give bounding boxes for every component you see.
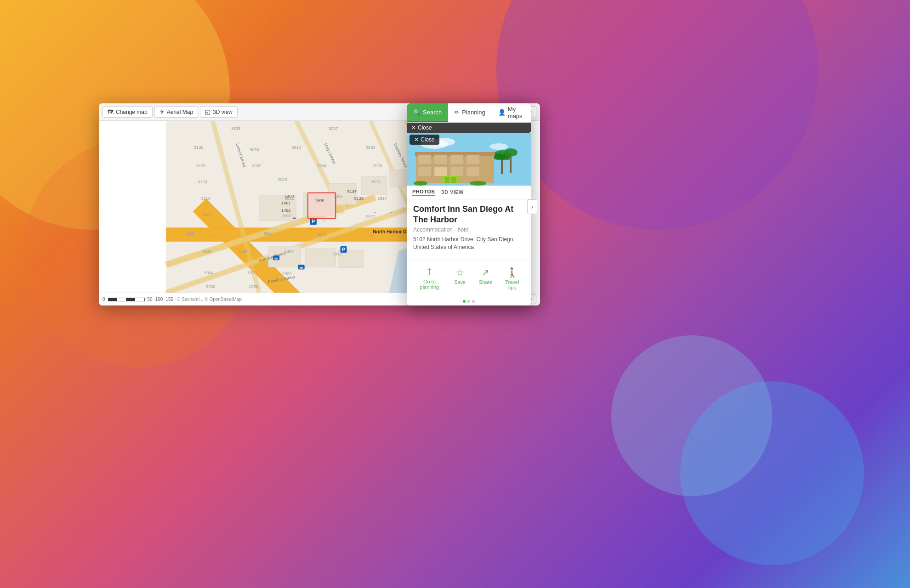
tab-3d-view[interactable]: 3D VIEW <box>441 189 464 196</box>
tab-photos[interactable]: PHOTOS <box>412 189 435 196</box>
svg-rect-28 <box>306 249 336 267</box>
svg-text:3027: 3027 <box>264 231 273 236</box>
dot-1 <box>463 300 466 303</box>
svg-text:→: → <box>368 233 373 238</box>
svg-text:🚌: 🚌 <box>274 256 278 260</box>
tab-search-label: Search <box>423 109 442 116</box>
person-icon: 👤 <box>498 109 506 116</box>
svg-text:P: P <box>342 247 345 252</box>
go-to-planning-label: Go to planning <box>416 279 443 290</box>
action-buttons: ⤴ Go to planning ☆ Save ↗ Share 🚶 Travel… <box>407 260 531 297</box>
svg-text:2933: 2933 <box>366 145 375 150</box>
tab-search[interactable]: 🔍 Search <box>407 103 448 122</box>
svg-point-115 <box>489 143 508 150</box>
svg-rect-126 <box>434 155 447 164</box>
hotel-photo: ✕ Close <box>407 133 531 186</box>
svg-text:3136: 3136 <box>196 164 205 168</box>
hotel-name: Comfort Inn San Diego At The Harbor <box>413 204 524 225</box>
svg-text:3037: 3037 <box>329 126 338 131</box>
svg-point-143 <box>414 181 427 186</box>
save-label: Save <box>454 279 466 285</box>
svg-text:5138: 5138 <box>354 196 364 201</box>
hotel-address: 5102 North Harbor Drive, City San Diego,… <box>413 236 524 251</box>
scroll-indicator <box>407 297 531 305</box>
svg-text:1460: 1460 <box>284 194 294 198</box>
svg-rect-91 <box>308 193 336 219</box>
map-expand-button[interactable]: › <box>527 199 537 214</box>
svg-text:1370: 1370 <box>247 271 256 275</box>
photo-close-button[interactable]: ✕ Close <box>410 135 439 145</box>
photo-close-icon: ✕ <box>414 136 419 143</box>
svg-text:P: P <box>312 219 315 224</box>
svg-text:1428: 1428 <box>238 249 247 254</box>
tab-planning-label: Planning <box>462 109 485 116</box>
tab-my-maps-label: My maps <box>508 106 524 119</box>
plane-icon: ✈ <box>159 108 165 115</box>
svg-rect-25 <box>361 176 387 195</box>
photo-close-text: Close <box>421 136 435 143</box>
svg-point-121 <box>504 148 518 157</box>
svg-text:→: → <box>350 233 354 238</box>
svg-text:3130: 3130 <box>194 145 203 150</box>
hotel-info: Comfort Inn San Diego At The Harbor Acco… <box>407 199 531 260</box>
save-button[interactable]: ☆ Save <box>449 264 472 288</box>
svg-text:3029: 3029 <box>278 177 287 182</box>
svg-text:1452: 1452 <box>281 208 290 213</box>
svg-rect-141 <box>445 177 449 183</box>
svg-text:2917: 2917 <box>366 215 375 219</box>
svg-text:3032: 3032 <box>252 164 261 168</box>
tab-planning[interactable]: ✏ Planning <box>448 103 492 122</box>
share-button[interactable]: ↗ Share <box>474 264 497 288</box>
routing-icon: ⤴ <box>427 267 432 277</box>
svg-rect-142 <box>451 177 456 183</box>
svg-text:1360: 1360 <box>249 284 258 289</box>
svg-rect-136 <box>450 167 463 176</box>
svg-text:3020: 3020 <box>206 284 215 289</box>
travel-tips-button[interactable]: 🚶 Travel tips <box>500 264 524 293</box>
svg-text:🚌: 🚌 <box>299 265 303 269</box>
svg-text:101: 101 <box>187 231 194 236</box>
svg-text:2929: 2929 <box>370 180 380 184</box>
tab-my-maps[interactable]: 👤 My maps <box>492 103 531 122</box>
hotel-type: Accommodation - hotel <box>413 226 524 233</box>
change-map-button[interactable]: 🗺 Change map <box>102 106 153 118</box>
svg-text:☕: ☕ <box>291 215 298 222</box>
svg-rect-124 <box>418 155 431 164</box>
svg-text:3034: 3034 <box>204 271 213 275</box>
svg-rect-138 <box>466 167 479 176</box>
change-map-label: Change map <box>116 109 148 115</box>
share-icon: ↗ <box>482 267 489 278</box>
svg-text:1505: 1505 <box>315 198 324 203</box>
scroll-dots <box>463 300 475 303</box>
aerial-map-label: Aerial Map <box>167 109 193 115</box>
svg-text:3015: 3015 <box>291 145 301 150</box>
bg-blob-3 <box>496 0 818 230</box>
3d-view-button[interactable]: ◱ 3D view <box>200 106 238 118</box>
dot-2 <box>467 300 470 303</box>
3d-view-label: 3D view <box>213 109 233 115</box>
map-icon: 🗺 <box>108 108 114 115</box>
svg-rect-128 <box>450 155 463 164</box>
svg-text:↔: ↔ <box>373 210 376 215</box>
planning-icon: ✏ <box>455 109 460 116</box>
svg-text:3010: 3010 <box>282 214 291 218</box>
go-to-planning-button[interactable]: ⤴ Go to planning <box>413 264 446 293</box>
close-button[interactable]: ✕ Close <box>407 123 531 133</box>
svg-text:1452: 1452 <box>284 249 294 254</box>
star-icon: ☆ <box>456 267 464 278</box>
search-icon: 🔍 <box>413 109 421 116</box>
photo-tabs: PHOTOS 3D VIEW <box>407 186 531 199</box>
svg-text:3135: 3135 <box>231 126 240 131</box>
travel-tips-label: Travel tips <box>503 279 522 290</box>
aerial-map-button[interactable]: ✈ Aerial Map <box>154 106 198 118</box>
svg-text:2920: 2920 <box>373 164 382 168</box>
nav-tabs: 🔍 Search ✏ Planning 👤 My maps <box>407 103 531 123</box>
walking-icon: 🚶 <box>506 267 518 278</box>
svg-text:↔: ↔ <box>389 210 393 215</box>
svg-text:3114: 3114 <box>201 196 210 201</box>
svg-text:5147: 5147 <box>347 189 357 194</box>
scale-bar: 0 50 100 150 <box>102 297 173 302</box>
svg-rect-134 <box>434 167 447 176</box>
svg-text:→: → <box>210 233 215 238</box>
svg-text:2934: 2934 <box>317 164 326 168</box>
